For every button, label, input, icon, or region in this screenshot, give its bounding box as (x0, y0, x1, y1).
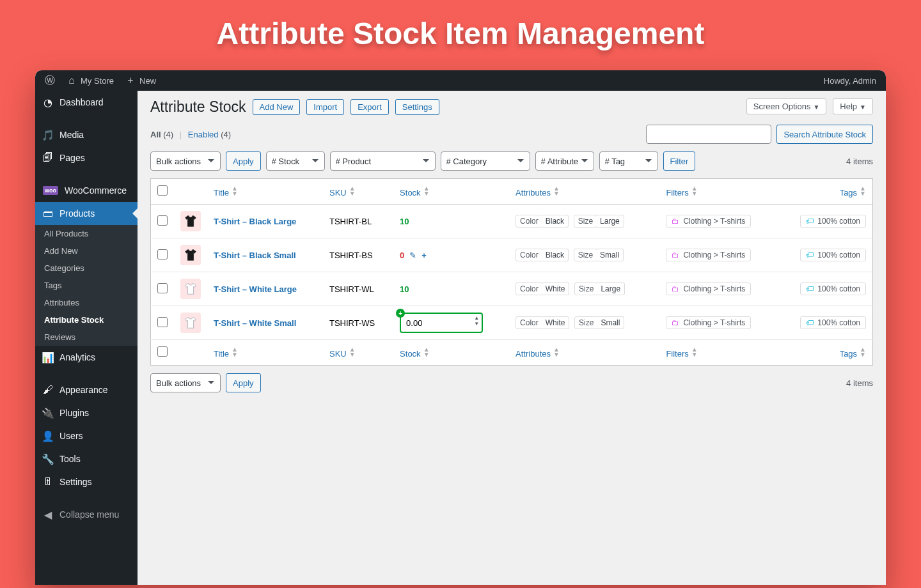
number-spinner[interactable]: ▲▼ (474, 315, 479, 327)
attribute-value[interactable]: Black (542, 215, 569, 228)
tag-chip[interactable]: 🏷100% cotton (800, 215, 866, 228)
row-title-link[interactable]: T-Shirt – White Small (214, 318, 296, 328)
attribute-value[interactable]: Small (596, 249, 624, 261)
help-button[interactable]: Help▼ (833, 98, 873, 114)
select-all-checkbox[interactable] (157, 185, 168, 196)
attribute-pill[interactable]: Color (516, 316, 543, 329)
attribute-value[interactable]: Black (542, 249, 569, 261)
row-title-link[interactable]: T-Shirt – Black Small (214, 251, 296, 260)
filter-product-select[interactable]: # Product (330, 151, 436, 171)
sidebar-item-analytics[interactable]: 📊Analytics (35, 346, 138, 369)
row-checkbox[interactable] (157, 283, 168, 293)
row-checkbox[interactable] (157, 317, 168, 327)
plus-icon[interactable]: + (421, 251, 427, 260)
search-button[interactable]: Search Attribute Stock (776, 125, 873, 144)
sidebar-sub-all-products[interactable]: All Products (35, 225, 138, 242)
filter-chip[interactable]: 🗀Clothing > T-shirts (666, 316, 751, 329)
tag-chip[interactable]: 🏷100% cotton (800, 282, 866, 295)
select-all-checkbox-footer[interactable] (157, 346, 168, 357)
attribute-value[interactable]: White (542, 316, 570, 329)
filter-chip[interactable]: 🗀Clothing > T-shirts (666, 282, 751, 295)
add-new-button[interactable]: Add New (253, 99, 301, 115)
view-all[interactable]: All (150, 130, 161, 139)
sidebar-item-appearance[interactable]: 🖌Appearance (35, 378, 138, 401)
bulk-actions-select[interactable]: Bulk actions (150, 151, 221, 171)
export-button[interactable]: Export (350, 99, 389, 115)
sidebar-sub-add-new[interactable]: Add New (35, 242, 138, 259)
header-attributes[interactable]: Attributes▲▼ (509, 179, 659, 205)
sidebar-sub-attributes[interactable]: Attributes (35, 294, 138, 311)
bulk-actions-select-bottom[interactable]: Bulk actions (150, 373, 221, 392)
header-stock[interactable]: Stock▲▼ (393, 179, 509, 205)
screen-options-button[interactable]: Screen Options▼ (746, 98, 827, 114)
footer-filters[interactable]: Filters▲▼ (659, 340, 777, 366)
attribute-pill[interactable]: Size (574, 249, 597, 261)
attribute-pill[interactable]: Size (574, 316, 598, 329)
attribute-pill[interactable]: Size (574, 282, 598, 295)
row-checkbox[interactable] (157, 249, 168, 259)
product-thumbnail[interactable] (180, 279, 201, 299)
apply-bulk-button[interactable]: Apply (226, 151, 261, 171)
header-sku[interactable]: SKU▲▼ (323, 179, 393, 205)
filter-chip[interactable]: 🗀Clothing > T-shirts (666, 215, 751, 228)
sidebar-sub-categories[interactable]: Categories (35, 259, 138, 277)
tag-chip[interactable]: 🏷100% cotton (800, 316, 866, 329)
filter-attribute-select[interactable]: # Attribute (535, 151, 594, 171)
stock-input[interactable] (400, 313, 483, 333)
sidebar-item-products[interactable]: 🗃Products (35, 202, 138, 225)
row-title-link[interactable]: T-Shirt – Black Large (214, 217, 296, 226)
stock-value[interactable]: 10 (400, 217, 409, 226)
sidebar-item-settings[interactable]: 🎚Settings (35, 470, 138, 493)
attribute-pill[interactable]: Size (574, 215, 597, 228)
sidebar-item-users[interactable]: 👤Users (35, 424, 138, 447)
adminbar-account[interactable]: Howdy, Admin (824, 76, 876, 86)
attribute-pill[interactable]: Color (516, 282, 543, 295)
attribute-value[interactable]: Small (597, 316, 624, 329)
stock-value[interactable]: 10 (400, 284, 409, 294)
footer-attributes[interactable]: Attributes▲▼ (509, 340, 659, 366)
pencil-icon[interactable]: ✎ (409, 251, 416, 260)
import-button[interactable]: Import (306, 99, 344, 115)
filter-category-select[interactable]: # Category (441, 151, 530, 171)
footer-sku[interactable]: SKU▲▼ (323, 340, 393, 366)
sidebar-sub-attribute-stock[interactable]: Attribute Stock (35, 311, 138, 329)
header-filters[interactable]: Filters▲▼ (659, 179, 777, 205)
sidebar-item-woocommerce[interactable]: wooWooCommerce (35, 179, 138, 202)
adminbar-site[interactable]: ⌂My Store (67, 75, 114, 86)
filter-chip[interactable]: 🗀Clothing > T-shirts (666, 249, 751, 261)
attribute-pill[interactable]: Color (516, 215, 543, 228)
filter-tag-select[interactable]: # Tag (599, 151, 658, 171)
sidebar-sub-reviews[interactable]: Reviews (35, 329, 138, 346)
product-thumbnail[interactable] (180, 313, 201, 333)
footer-title[interactable]: Title▲▼ (207, 340, 323, 366)
apply-bulk-button-bottom[interactable]: Apply (226, 373, 261, 392)
filter-button[interactable]: Filter (663, 151, 696, 171)
view-enabled[interactable]: Enabled (188, 130, 219, 139)
attribute-value[interactable]: White (542, 282, 570, 295)
sidebar-item-tools[interactable]: 🔧Tools (35, 447, 138, 470)
product-thumbnail[interactable] (180, 211, 201, 231)
sidebar-item-media[interactable]: 🎵Media (35, 123, 138, 146)
sidebar-item-plugins[interactable]: 🔌Plugins (35, 401, 138, 424)
footer-stock[interactable]: Stock▲▼ (393, 340, 509, 366)
sidebar-collapse[interactable]: ◀Collapse menu (35, 503, 138, 526)
sidebar-item-dashboard[interactable]: ◔Dashboard (35, 91, 138, 114)
wp-logo[interactable]: ⓦ (45, 75, 55, 86)
product-thumbnail[interactable] (180, 245, 201, 265)
row-checkbox[interactable] (157, 215, 168, 226)
header-tags[interactable]: Tags▲▼ (778, 179, 873, 205)
sidebar-sub-tags[interactable]: Tags (35, 277, 138, 294)
header-title[interactable]: Title▲▼ (207, 179, 323, 205)
stock-value[interactable]: 0 (400, 251, 404, 260)
filter-stock-select[interactable]: # Stock (266, 151, 325, 171)
settings-button[interactable]: Settings (395, 99, 439, 115)
tag-chip[interactable]: 🏷100% cotton (800, 249, 866, 261)
footer-tags[interactable]: Tags▲▼ (778, 340, 873, 366)
attribute-value[interactable]: Large (596, 215, 624, 228)
attribute-pill[interactable]: Color (516, 249, 543, 261)
sidebar-item-pages[interactable]: 🗐Pages (35, 146, 138, 169)
search-input[interactable] (646, 125, 771, 144)
attribute-value[interactable]: Large (597, 282, 625, 295)
row-title-link[interactable]: T-Shirt – White Large (214, 284, 297, 294)
adminbar-new[interactable]: +New (125, 75, 156, 86)
